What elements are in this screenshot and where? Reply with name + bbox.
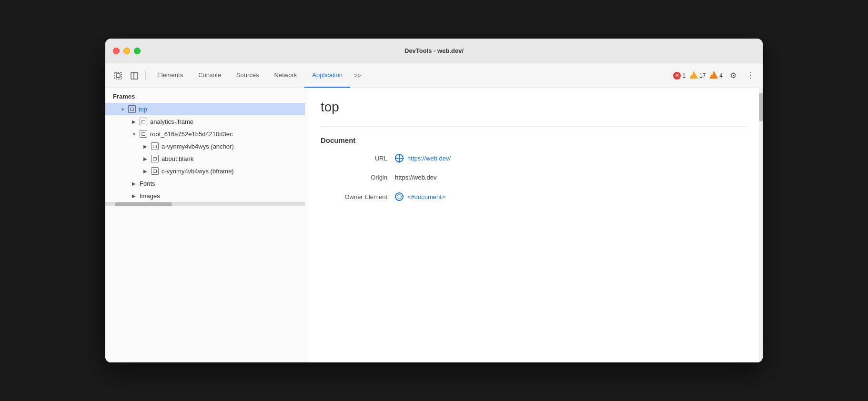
- sidebar-item-label-fonts: Fonts: [140, 180, 155, 187]
- warning-badge[interactable]: 17: [689, 71, 706, 80]
- chevron-right-icon[interactable]: ▶: [130, 118, 138, 125]
- tab-more[interactable]: >>: [350, 63, 365, 88]
- sidebar-item-label-images: Images: [140, 192, 160, 200]
- settings-button[interactable]: ⚙: [727, 69, 740, 82]
- sidebar-item-label-top: top: [139, 106, 147, 113]
- detail-row-owner: Owner Element <#document>: [321, 192, 747, 201]
- target-icon: [395, 192, 404, 201]
- sidebar-item-blank[interactable]: ▶ about:blank: [105, 152, 305, 165]
- error-badge[interactable]: ✕ 1: [673, 72, 686, 80]
- detail-scrollbar-thumb[interactable]: [759, 93, 763, 121]
- more-button[interactable]: ⋮: [744, 69, 757, 82]
- info-badge[interactable]: 4: [709, 71, 723, 80]
- frame-icon-bframe: [151, 167, 159, 175]
- detail-url-link[interactable]: https://web.dev/: [407, 155, 451, 162]
- sidebar-item-label-blank: about:blank: [161, 155, 193, 162]
- close-button[interactable]: [113, 48, 120, 54]
- detail-label-url: URL: [321, 155, 387, 162]
- sidebar-item-label-root: root_616a752e1b5d4210d3ec: [150, 130, 233, 138]
- svg-rect-1: [116, 74, 120, 78]
- titlebar: DevTools - web.dev/: [105, 39, 763, 63]
- detail-value-url: https://web.dev/: [395, 154, 451, 162]
- sidebar-scrollbar-thumb[interactable]: [115, 202, 172, 206]
- detail-row-url: URL https://web.dev/: [321, 154, 747, 162]
- chevron-right-icon-anchor[interactable]: ▶: [141, 142, 149, 150]
- sidebar-item-anchor[interactable]: ▶ a-vynmy4vb4wys (anchor): [105, 140, 305, 152]
- sidebar-scrollbar[interactable]: [105, 202, 305, 206]
- chevron-down-icon-root[interactable]: ▾: [130, 130, 138, 138]
- detail-value-owner: <#document>: [395, 192, 445, 201]
- maximize-button[interactable]: [134, 48, 141, 54]
- minimize-button[interactable]: [123, 48, 130, 54]
- toolbar-separator: [145, 71, 146, 80]
- sidebar-item-images[interactable]: ▶ Images: [105, 190, 305, 202]
- main-content: Frames ▾ top ▶ analytics-iframe ▾: [105, 88, 763, 362]
- sidebar-section-frames: Frames: [105, 88, 305, 103]
- warning-icon: [689, 71, 698, 79]
- tab-sources[interactable]: Sources: [229, 63, 267, 88]
- sidebar-item-analytics-iframe[interactable]: ▶ analytics-iframe: [105, 115, 305, 128]
- frame-icon-blank: [151, 155, 159, 162]
- detail-value-origin: https://web.dev: [395, 174, 436, 181]
- traffic-lights: [113, 48, 141, 54]
- chevron-right-icon-fonts[interactable]: ▶: [130, 180, 138, 187]
- chevron-right-icon-images[interactable]: ▶: [130, 192, 138, 200]
- detail-owner-link[interactable]: <#document>: [407, 193, 445, 200]
- detail-section-document: Document: [321, 136, 747, 144]
- detail-scrollbar[interactable]: [759, 88, 763, 362]
- globe-icon: [395, 154, 404, 162]
- warning-count: 17: [699, 72, 706, 79]
- error-icon: ✕: [673, 72, 681, 80]
- tab-application[interactable]: Application: [304, 63, 350, 88]
- dock-icon[interactable]: [127, 69, 141, 83]
- toolbar: Elements Console Sources Network Applica…: [105, 63, 763, 88]
- chevron-right-icon-blank[interactable]: ▶: [141, 155, 149, 162]
- sidebar-item-label-bframe: c-vynmy4vb4wys (bframe): [161, 168, 234, 175]
- chevron-down-icon[interactable]: ▾: [119, 105, 126, 113]
- error-count: 1: [682, 72, 686, 79]
- sidebar: Frames ▾ top ▶ analytics-iframe ▾: [105, 88, 305, 362]
- tab-console[interactable]: Console: [191, 63, 229, 88]
- chevron-right-icon-bframe[interactable]: ▶: [141, 167, 149, 175]
- svg-rect-0: [115, 72, 121, 79]
- cursor-tool-icon[interactable]: [111, 69, 125, 83]
- info-count: 4: [719, 72, 723, 79]
- detail-label-origin: Origin: [321, 174, 387, 181]
- toolbar-right: ✕ 1 17 4 ⚙ ⋮: [673, 69, 757, 82]
- frame-icon-root: [140, 130, 147, 138]
- detail-row-origin: Origin https://web.dev: [321, 174, 747, 181]
- frame-icon-anchor: [151, 142, 159, 150]
- frame-icon: [128, 105, 136, 113]
- sidebar-item-top[interactable]: ▾ top: [105, 103, 305, 115]
- detail-divider: [321, 126, 747, 127]
- sidebar-item-label-analytics: analytics-iframe: [150, 118, 193, 125]
- frame-icon-analytics: [140, 118, 147, 125]
- window-title: DevTools - web.dev/: [404, 47, 464, 54]
- detail-title: top: [321, 100, 747, 115]
- detail-panel: top Document URL https://web.dev/ Origin…: [305, 88, 763, 362]
- sidebar-item-label-anchor: a-vynmy4vb4wys (anchor): [161, 143, 234, 150]
- svg-rect-2: [131, 72, 138, 79]
- sidebar-item-root[interactable]: ▾ root_616a752e1b5d4210d3ec: [105, 128, 305, 140]
- sidebar-item-bframe[interactable]: ▶ c-vynmy4vb4wys (bframe): [105, 165, 305, 177]
- info-icon: [709, 71, 718, 79]
- sidebar-item-fonts[interactable]: ▶ Fonts: [105, 177, 305, 190]
- toolbar-tabs: Elements Console Sources Network Applica…: [150, 63, 671, 88]
- detail-origin-text: https://web.dev: [395, 174, 436, 181]
- detail-label-owner: Owner Element: [321, 193, 387, 200]
- tab-network[interactable]: Network: [267, 63, 305, 88]
- devtools-window: DevTools - web.dev/ Elements Console Sou…: [105, 39, 763, 362]
- tab-elements[interactable]: Elements: [150, 63, 191, 88]
